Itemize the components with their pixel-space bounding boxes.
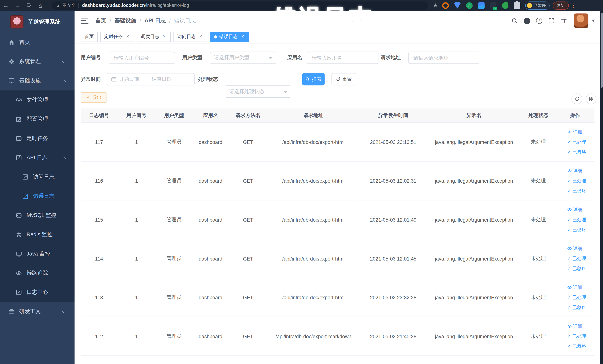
breadcrumb-home[interactable]: 首页 [95,17,106,24]
detail-link[interactable]: 详细 [557,205,593,215]
extensions-puzzle-icon[interactable] [514,2,520,9]
extension-leaf-icon[interactable] [501,1,509,10]
sidebar-item-mysql[interactable]: MySQL 监控 [0,206,74,225]
address-bar[interactable]: ▲ 不安全 dashboard.yudao.iocoder.cn /infra/… [52,1,428,10]
user-id-input[interactable] [109,52,175,64]
breadcrumb-infra[interactable]: 基础设施 [115,17,136,24]
close-tab-icon[interactable]: × [240,34,245,39]
logo[interactable]: 芋道管理系统 [0,11,74,33]
sidebar-item-log-center[interactable]: 日志中心 [0,283,74,302]
cell-status: 未处理 [521,123,556,162]
tab-error-log[interactable]: 错误日志 × [210,32,249,42]
extension-grid-icon[interactable] [478,2,484,9]
bookmark-star-icon[interactable]: ★ [433,2,438,8]
app-name-input[interactable] [307,52,379,64]
reset-button[interactable]: 重置 [331,73,356,85]
user-avatar[interactable] [574,13,588,28]
browser-menu-icon[interactable]: ⋮ [571,2,576,8]
tab-home[interactable]: 首页 [81,32,98,42]
scrollbar-thumb[interactable] [601,13,603,88]
extension-shield-icon[interactable] [454,2,461,9]
column-settings-button[interactable] [586,94,596,104]
select-caret-icon [284,91,287,93]
extension-check-icon[interactable]: ✓ [466,2,473,9]
sidebar-item-api-log[interactable]: API 日志 [0,148,74,167]
user-type-select[interactable]: 请选择用户类型 [210,52,276,64]
sidebar-item-infra[interactable]: 基础设施 [0,71,74,91]
sidebar-item-access-log[interactable]: 访问日志 [0,167,74,187]
monitor-icon [16,251,22,257]
processed-link[interactable]: ✓已处理 [557,293,593,303]
detail-link[interactable]: 详细 [557,166,593,176]
cell-exception-name: java.lang.IllegalArgumentException [427,278,521,317]
hamburger-icon[interactable] [81,18,89,24]
ignored-link[interactable]: ✓已忽略 [557,341,593,351]
ignored-link[interactable]: ✓已忽略 [557,303,593,312]
tab-access-log[interactable]: 访问日志 × [174,32,208,42]
detail-link[interactable]: 详细 [557,321,593,331]
sidebar-item-java[interactable]: Java 监控 [0,244,74,263]
cell-actions: 详细✓已处理✓已忽略 [556,278,595,317]
export-button[interactable]: 导出 [81,92,107,103]
request-url-input[interactable] [408,52,479,64]
paused-badge[interactable]: 已暂停 [525,1,549,10]
extension-switch-icon[interactable]: on [490,2,496,9]
fullscreen-icon[interactable] [547,16,556,25]
detail-link[interactable]: 详细 [557,282,593,293]
font-size-icon[interactable]: TT [560,16,568,25]
close-tab-icon[interactable]: × [198,34,203,39]
sidebar-item-system[interactable]: 系统管理 [0,52,74,71]
sidebar-item-devtools[interactable]: 研发工具 [0,302,74,321]
avatar-caret-icon[interactable] [592,20,595,22]
sidebar-item-job[interactable]: 定时任务 [0,129,74,148]
cell-exception-name: java.lang.IllegalArgumentException [427,239,521,278]
cell-request-url: /api/infra/db-doc/export-html [267,123,359,162]
home-browser-icon[interactable]: ⌂ [35,2,46,9]
date-range-picker[interactable]: 开始日期 - 结束日期 [107,73,195,85]
sidebar-item-trace[interactable]: 链路追踪 [0,263,74,283]
extension-orange-icon[interactable] [442,2,449,9]
cell-status: 未处理 [521,239,556,278]
detail-link[interactable]: 详细 [557,244,593,254]
github-icon[interactable] [522,16,531,25]
search-icon[interactable] [510,16,519,25]
back-icon[interactable]: ← [0,2,12,9]
close-tab-icon[interactable]: × [125,34,130,39]
sidebar-item-config[interactable]: 配置管理 [0,110,74,129]
processed-link[interactable]: ✓已处理 [557,254,593,263]
breadcrumb-api-log[interactable]: API 日志 [145,17,166,24]
sidebar-item-file[interactable]: 文件管理 [0,91,74,110]
request-url-field-wrap [408,52,479,64]
cell-request-url: /api/infra/db-doc/export-html [267,200,359,239]
process-status-select[interactable]: 请选择处理状态 [225,85,291,98]
detail-link[interactable]: 详细 [557,127,593,137]
refresh-table-button[interactable] [571,94,582,104]
col-app-name: 应用名 [192,108,229,123]
ignored-link[interactable]: ✓已忽略 [557,225,593,235]
breadcrumb-current: 错误日志 [174,17,196,24]
sidebar-item-redis[interactable]: Redis 监控 [0,225,74,244]
sidebar-item-error-log[interactable]: 错误日志 [0,187,74,206]
tab-schedule-log[interactable]: 调度日志 × [137,32,171,42]
eye-icon [567,285,572,290]
processed-link[interactable]: ✓已处理 [557,331,593,341]
close-tab-icon[interactable]: × [162,34,167,39]
tab-job[interactable]: 定时任务 × [100,32,134,42]
sidebar-item-home[interactable]: 首页 [0,33,74,52]
processed-link[interactable]: ✓已处理 [557,137,593,147]
help-icon[interactable]: ? [535,16,544,25]
ignored-link[interactable]: ✓已忽略 [557,186,593,196]
col-exception-name: 异常名 [427,108,521,123]
browser-update-button[interactable]: 更新 [552,1,568,10]
ignored-link[interactable]: ✓已忽略 [557,147,593,157]
ignored-link[interactable]: ✓已忽略 [557,263,593,273]
eye-icon [16,270,22,276]
cell-exception-time: 2021-05-02 21:45:28 [359,317,427,356]
cell-app-name: dashboard [192,200,229,239]
reload-icon[interactable] [23,2,35,9]
filter-app-name: 应用名 [287,52,302,64]
processed-link[interactable]: ✓已处理 [557,215,593,225]
processed-link[interactable]: ✓已处理 [557,176,593,186]
search-button[interactable]: 搜索 [302,73,325,85]
forward-icon[interactable]: → [12,2,23,9]
